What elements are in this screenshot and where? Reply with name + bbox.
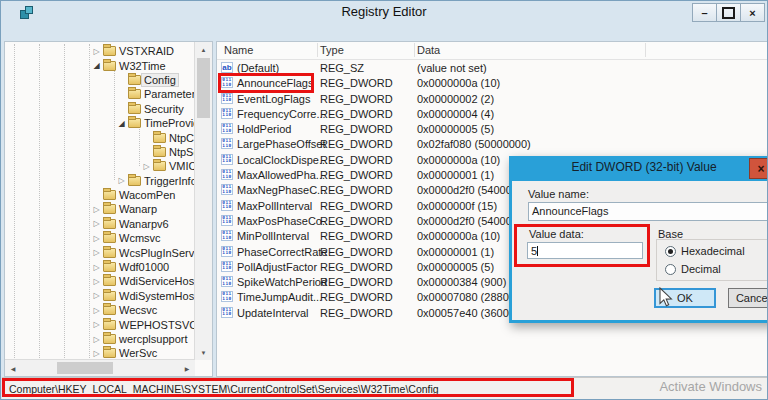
column-divider[interactable] — [645, 43, 646, 57]
expand-arrow-icon[interactable] — [90, 47, 103, 56]
registry-editor-window: Registry Editor – × VSTXRAID — [0, 0, 768, 400]
expand-arrow-icon[interactable] — [90, 263, 103, 272]
activate-windows-watermark: Activate Windows — [659, 379, 762, 394]
tree-item[interactable]: VSTXRAID — [5, 44, 195, 58]
value-data: 0x00000004 (4) — [417, 108, 494, 120]
folder-icon — [128, 176, 141, 186]
value-type: REG_DWORD — [320, 246, 393, 258]
expand-arrow-icon[interactable] — [115, 119, 128, 128]
value-type: REG_DWORD — [320, 184, 393, 196]
tree-item-label: Wanarpv6 — [116, 218, 172, 230]
value-data: 0x0000000a (10) — [417, 230, 500, 242]
value-type: REG_DWORD — [320, 93, 393, 105]
expand-arrow-icon[interactable] — [115, 176, 128, 185]
value-name: PhaseCorrectRate — [237, 246, 328, 258]
value-name: MaxPollInterval — [237, 200, 312, 212]
expand-arrow-icon[interactable] — [90, 61, 103, 70]
scrollbar-thumb[interactable] — [197, 58, 210, 118]
value-data: 0x02faf080 (50000000) — [417, 138, 531, 150]
close-button[interactable]: × — [740, 3, 765, 22]
highlight-box-value-data — [514, 224, 650, 267]
value-name: LargePhaseOffset — [237, 138, 325, 150]
expand-arrow-icon[interactable] — [140, 162, 153, 171]
cancel-button[interactable]: Cancel — [728, 288, 768, 308]
column-header-name[interactable]: Name — [224, 44, 253, 56]
tree-item[interactable]: Wcmsvc — [5, 231, 195, 245]
tree-item[interactable]: TimeProviders — [5, 116, 195, 130]
value-name-field[interactable]: AnnounceFlags — [528, 202, 768, 221]
value-type: REG_DWORD — [320, 291, 393, 303]
tree-item[interactable]: NtpServer — [5, 145, 195, 159]
tree-item[interactable]: TriggerInfo — [5, 174, 195, 188]
value-type-icon — [221, 169, 233, 180]
scroll-down-icon[interactable]: ▼ — [195, 345, 212, 360]
tree-item[interactable]: Config — [5, 73, 195, 87]
tree-item[interactable]: W32Time — [5, 58, 195, 72]
scroll-right-icon[interactable]: ▶ — [179, 360, 195, 376]
column-divider[interactable] — [414, 43, 415, 57]
tree-item[interactable]: Security — [5, 102, 195, 116]
tree-item[interactable]: Parameters — [5, 87, 195, 101]
tree-item[interactable]: wercplsupport — [5, 332, 195, 346]
tree-item[interactable]: WerSvc — [5, 346, 195, 360]
tree-vertical-scrollbar[interactable]: ▲ ▼ — [194, 42, 212, 360]
folder-icon — [103, 320, 116, 330]
hexadecimal-label: Hexadecimal — [676, 245, 745, 257]
column-header-data[interactable]: Data — [417, 44, 440, 56]
column-divider[interactable] — [317, 43, 318, 57]
expand-arrow-icon[interactable] — [90, 291, 103, 300]
value-data: 0x0000d2f0 (54000) — [417, 215, 515, 227]
maximize-icon — [722, 7, 735, 19]
column-header-type[interactable]: Type — [320, 44, 344, 56]
value-type: REG_DWORD — [320, 215, 393, 227]
expand-arrow-icon[interactable] — [90, 248, 103, 257]
title-bar[interactable]: Registry Editor – × — [1, 1, 767, 23]
value-type-icon — [221, 291, 233, 302]
tree-item[interactable]: WEPHOSTSVC — [5, 317, 195, 331]
decimal-radio[interactable] — [665, 264, 676, 275]
tree-item[interactable]: VMICTimeP — [5, 159, 195, 173]
tree-item-label: Wdf01000 — [116, 261, 172, 273]
registry-value-row[interactable]: FrequencyCorre... REG_DWORD 0x00000004 (… — [217, 106, 767, 121]
expand-arrow-icon[interactable] — [90, 234, 103, 243]
expand-arrow-icon[interactable] — [90, 219, 103, 228]
tree-item[interactable]: WdiSystemHost — [5, 289, 195, 303]
scroll-left-icon[interactable]: ◀ — [5, 360, 21, 376]
maximize-button[interactable] — [716, 3, 741, 22]
value-data: 0x0000d2f0 (54000) — [417, 184, 515, 196]
tree-item[interactable]: WcsPlugInService — [5, 245, 195, 259]
tree-item[interactable]: WacomPen — [5, 188, 195, 202]
scroll-up-icon[interactable]: ▲ — [195, 42, 212, 57]
expand-arrow-icon[interactable] — [90, 205, 103, 214]
expand-arrow-icon[interactable] — [90, 306, 103, 315]
registry-value-row[interactable]: HoldPeriod REG_DWORD 0x00000005 (5) — [217, 121, 767, 136]
folder-icon — [103, 291, 116, 301]
minimize-button[interactable]: – — [692, 3, 717, 22]
highlight-box-announceflags — [218, 73, 314, 93]
tree-item[interactable]: Wanarp — [5, 202, 195, 216]
expand-arrow-icon[interactable] — [90, 320, 103, 329]
value-name: EventLogFlags — [237, 93, 310, 105]
expand-arrow-icon[interactable] — [90, 335, 103, 344]
expand-arrow-icon[interactable] — [90, 277, 103, 286]
tree-item[interactable]: NtpClient — [5, 130, 195, 144]
registry-value-row[interactable]: LargePhaseOffset REG_DWORD 0x02faf080 (5… — [217, 136, 767, 151]
tree-horizontal-scrollbar[interactable]: ◀ ▶ — [5, 359, 195, 376]
expand-arrow-icon[interactable] — [90, 349, 103, 358]
tree-item[interactable]: WdiServiceHost — [5, 274, 195, 288]
tree-item[interactable]: Wanarpv6 — [5, 217, 195, 231]
hexadecimal-radio[interactable] — [665, 246, 676, 257]
tree-item-label: W32Time — [116, 60, 169, 72]
value-type-icon — [221, 93, 233, 104]
value-type-icon — [221, 123, 233, 134]
tree-item-label: TimeProviders — [141, 117, 195, 129]
dialog-title-bar[interactable]: Edit DWORD (32-bit) Value × — [512, 156, 768, 181]
registry-editor-icon — [19, 5, 33, 19]
value-type-icon — [221, 138, 233, 149]
tree-item[interactable]: Wdf01000 — [5, 260, 195, 274]
tree-item-label: wercplsupport — [116, 333, 190, 345]
tree-item[interactable]: Wecsvc — [5, 303, 195, 317]
dialog-close-button[interactable]: × — [749, 158, 768, 179]
tree-item-label: TriggerInfo — [141, 175, 195, 187]
scrollbar-thumb[interactable] — [57, 362, 113, 374]
